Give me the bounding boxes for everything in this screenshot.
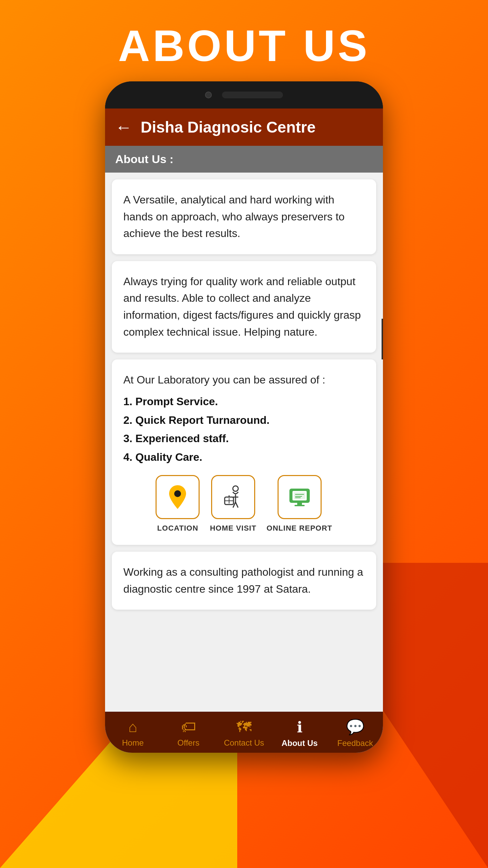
- home-icon: ⌂: [128, 718, 138, 735]
- home-visit-label: HOME VISIT: [210, 524, 256, 533]
- phone-camera: [205, 92, 212, 98]
- nav-label-about: About Us: [282, 738, 318, 748]
- card-2-text: Always trying for quality work and relia…: [123, 273, 365, 340]
- info-card-2: Always trying for quality work and relia…: [112, 261, 376, 353]
- card-3-list-item-2: 2. Quick Report Turnaround.: [123, 413, 365, 428]
- info-card-1: A Versatile, analytical and hard working…: [112, 179, 376, 254]
- page-title-section: ABOUT US: [0, 0, 488, 85]
- svg-rect-10: [294, 505, 305, 506]
- nav-item-contact-us[interactable]: 🗺 Contact Us: [222, 718, 266, 748]
- nav-item-about-us[interactable]: ℹ About Us: [278, 718, 322, 748]
- home-visit-icon-circle: [211, 475, 255, 519]
- about-label-bar: About Us :: [105, 146, 383, 173]
- svg-point-1: [233, 486, 238, 491]
- phone-speaker: [222, 92, 283, 98]
- offers-icon: 🏷: [181, 718, 196, 735]
- app-header: ← Disha Diagnosic Centre: [105, 108, 383, 146]
- nav-label-offers: Offers: [178, 738, 200, 748]
- nav-item-home[interactable]: ⌂ Home: [111, 718, 155, 748]
- home-visit-icon: [221, 485, 245, 509]
- phone-side-button: [382, 319, 383, 359]
- online-report-icon: [288, 487, 311, 507]
- nav-label-feedback: Feedback: [337, 738, 373, 748]
- svg-rect-9: [297, 503, 302, 505]
- nav-label-home: Home: [122, 738, 144, 748]
- home-visit-icon-box[interactable]: HOME VISIT: [210, 475, 256, 533]
- card-3-list-item-3: 3. Experienced staff.: [123, 431, 365, 446]
- location-label: LOCATION: [157, 524, 198, 533]
- online-report-icon-box[interactable]: ONLINE REPORT: [267, 475, 332, 533]
- app-header-title: Disha Diagnosic Centre: [141, 118, 316, 136]
- phone-screen: ← Disha Diagnosic Centre About Us : A Ve…: [105, 108, 383, 753]
- bottom-navigation: ⌂ Home 🏷 Offers 🗺 Contact Us ℹ About Us …: [105, 712, 383, 753]
- card-3-list-title: At Our Laboratory you can be assured of …: [123, 372, 365, 389]
- nav-label-contact: Contact Us: [224, 738, 264, 748]
- service-icons-row: LOCATION: [123, 475, 365, 533]
- phone-top-bar: [105, 81, 383, 108]
- online-report-label: ONLINE REPORT: [267, 524, 332, 533]
- nav-item-offers[interactable]: 🏷 Offers: [166, 718, 210, 748]
- feedback-icon: 💬: [346, 718, 365, 736]
- contact-icon: 🗺: [237, 718, 251, 735]
- card-3-list-item-1: 1. Prompt Service.: [123, 394, 365, 409]
- location-icon-circle: [156, 475, 200, 519]
- content-area: A Versatile, analytical and hard working…: [105, 173, 383, 712]
- info-card-4: Working as a consulting pathologist and …: [112, 552, 376, 610]
- about-label: About Us :: [115, 153, 174, 165]
- svg-point-0: [174, 490, 181, 497]
- phone-frame: ← Disha Diagnosic Centre About Us : A Ve…: [105, 81, 383, 753]
- nav-item-feedback[interactable]: 💬 Feedback: [333, 718, 377, 748]
- card-3-list-item-4: 4. Quality Care.: [123, 450, 365, 465]
- location-icon-box[interactable]: LOCATION: [156, 475, 200, 533]
- info-card-3: At Our Laboratory you can be assured of …: [112, 359, 376, 545]
- card-1-text: A Versatile, analytical and hard working…: [123, 192, 365, 242]
- about-icon: ℹ: [297, 718, 303, 736]
- back-button[interactable]: ←: [115, 119, 132, 136]
- card-4-text: Working as a consulting pathologist and …: [123, 564, 365, 597]
- online-report-icon-circle: [278, 475, 322, 519]
- location-icon: [167, 485, 188, 509]
- page-title: ABOUT US: [0, 20, 488, 71]
